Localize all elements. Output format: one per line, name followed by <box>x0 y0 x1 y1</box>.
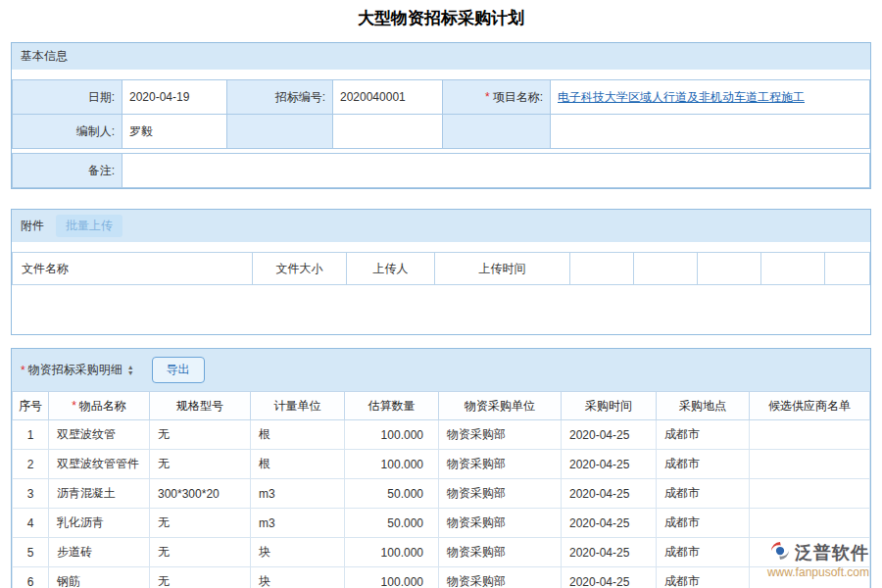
detail-cell: 物资采购部 <box>439 538 562 567</box>
detail-cell: 无 <box>150 450 251 479</box>
project-name-cell: 电子科技大学区域人行道及非机动车道工程施工 <box>551 80 870 115</box>
page-title: 大型物资招标采购计划 <box>0 7 882 29</box>
remark-label: 备注: <box>13 154 122 188</box>
detail-col-header: *物品名称 <box>49 392 150 420</box>
detail-header-bar: * 物资招标采购明细 ▲ ▼ 导出 <box>12 349 870 391</box>
batch-upload-button[interactable]: 批量上传 <box>56 215 122 237</box>
detail-cell: 成都市 <box>657 420 750 450</box>
export-button[interactable]: 导出 <box>152 357 205 383</box>
remark-row: 备注: <box>13 154 870 188</box>
detail-cell <box>750 450 870 479</box>
detail-row: 1双壁波纹管无根100.000物资采购部2020-04-25成都市 <box>13 420 870 450</box>
remark-value <box>122 154 870 188</box>
detail-cell: 2020-04-25 <box>562 479 657 509</box>
detail-cell: 100.000 <box>345 450 439 479</box>
detail-cell: 2 <box>13 450 49 479</box>
basic-info-header-bar: 基本信息 <box>12 43 870 70</box>
detail-cell: 2020-04-25 <box>562 509 657 538</box>
detail-row: 4乳化沥青无m350.000物资采购部2020-04-25成都市 <box>13 509 870 538</box>
attachment-col-header: 文件名称 <box>13 253 253 285</box>
detail-row: 5步道砖无块100.000物资采购部2020-04-25成都市 <box>13 538 870 567</box>
detail-cell: 6 <box>13 567 49 588</box>
attachment-col-header: 文件大小 <box>253 253 347 285</box>
detail-cell: 无 <box>150 420 251 450</box>
detail-col-header: 序号 <box>13 392 49 420</box>
attachments-section-title: 附件 <box>21 218 44 234</box>
basic-info-table: 日期: 2020-04-19 招标编号: 2020040001 *项目名称: 电… <box>12 79 870 149</box>
detail-cell: 物资采购部 <box>439 420 562 450</box>
detail-cell: 沥青混凝土 <box>49 479 150 509</box>
brand-row: 泛普软件 <box>767 540 869 564</box>
detail-col-header: 估算数量 <box>345 392 439 420</box>
detail-required-asterisk: * <box>21 364 25 377</box>
detail-cell: 块 <box>251 567 345 588</box>
detail-cell: m3 <box>251 479 345 509</box>
detail-section-title: 物资招标采购明细 <box>28 362 122 378</box>
empty-value-cell <box>551 115 870 149</box>
detail-cell: 50.000 <box>345 509 439 538</box>
detail-col-header: 计量单位 <box>251 392 345 420</box>
attachment-col-header-empty <box>761 253 825 285</box>
spacer <box>12 242 870 252</box>
preparer-value: 罗毅 <box>122 115 227 149</box>
detail-cell: 1 <box>13 420 49 450</box>
detail-row: 3沥青混凝土300*300*20m350.000物资采购部2020-04-25成… <box>13 479 870 509</box>
detail-cell <box>750 509 870 538</box>
detail-cell: 物资采购部 <box>439 479 562 509</box>
attachment-col-header-empty <box>634 253 698 285</box>
detail-cell: 物资采购部 <box>439 450 562 479</box>
detail-cell: 2020-04-25 <box>562 420 657 450</box>
detail-cell: 2020-04-25 <box>562 538 657 567</box>
detail-cell: 2020-04-25 <box>562 450 657 479</box>
detail-cell: 双壁波纹管 <box>49 420 150 450</box>
detail-col-header: 采购时间 <box>562 392 657 420</box>
detail-cell: 成都市 <box>657 450 750 479</box>
attachments-header-row: 文件名称文件大小上传人上传时间 <box>13 253 870 285</box>
required-asterisk: * <box>485 90 490 104</box>
empty-value-cell <box>333 115 443 149</box>
spacer <box>12 70 870 79</box>
sort-icon[interactable]: ▲ ▼ <box>127 365 134 376</box>
basic-info-section-title: 基本信息 <box>21 48 68 65</box>
brand-name: 泛普软件 <box>795 541 869 564</box>
detail-cell: 无 <box>150 538 251 567</box>
empty-label-cell <box>227 115 333 149</box>
attachments-table: 文件名称文件大小上传人上传时间 <box>12 252 870 285</box>
detail-cell: 根 <box>251 420 345 450</box>
project-name-link[interactable]: 电子科技大学区域人行道及非机动车道工程施工 <box>558 90 805 104</box>
detail-cell <box>750 479 870 509</box>
empty-label-cell <box>443 115 551 149</box>
attachment-col-header-empty <box>698 253 761 285</box>
detail-cell: 钢筋 <box>49 567 150 588</box>
detail-cell: 无 <box>150 509 251 538</box>
fanpusoft-logo-icon <box>769 540 791 564</box>
detail-table: 序号*物品名称规格型号计量单位估算数量物资采购单位采购时间采购地点候选供应商名单… <box>12 391 870 588</box>
bid-number-label: 招标编号: <box>227 80 333 115</box>
detail-cell: 物资采购部 <box>439 509 562 538</box>
detail-col-header: 物资采购单位 <box>439 392 562 420</box>
detail-cell: 成都市 <box>657 509 750 538</box>
basic-info-row-2: 编制人: 罗毅 <box>13 115 870 149</box>
basic-info-row-1: 日期: 2020-04-19 招标编号: 2020040001 *项目名称: 电… <box>13 80 870 115</box>
detail-cell: 无 <box>150 567 251 588</box>
detail-cell: 300*300*20 <box>150 479 251 509</box>
detail-panel: * 物资招标采购明细 ▲ ▼ 导出 序号*物品名称规格型号计量单位估算数量物资采… <box>11 348 871 588</box>
bid-number-value: 2020040001 <box>333 80 443 115</box>
detail-cell: 成都市 <box>657 567 750 588</box>
detail-cell: 100.000 <box>345 538 439 567</box>
detail-cell: 成都市 <box>657 538 750 567</box>
detail-col-header: 采购地点 <box>657 392 750 420</box>
detail-cell: 5 <box>13 538 49 567</box>
detail-row: 6钢筋无块100.000物资采购部2020-04-25成都市 <box>13 567 870 588</box>
detail-cell <box>750 420 870 450</box>
sort-down-icon: ▼ <box>127 370 134 376</box>
detail-header-row: 序号*物品名称规格型号计量单位估算数量物资采购单位采购时间采购地点候选供应商名单 <box>13 392 870 420</box>
detail-cell: 根 <box>251 450 345 479</box>
detail-cell: 块 <box>251 538 345 567</box>
detail-row: 2双壁波纹管管件无根100.000物资采购部2020-04-25成都市 <box>13 450 870 479</box>
detail-cell: 成都市 <box>657 479 750 509</box>
project-name-label-cell: *项目名称: <box>443 80 551 115</box>
brand-website: www.fanpusoft.com <box>767 565 869 579</box>
detail-cell: 双壁波纹管管件 <box>49 450 150 479</box>
detail-col-header: 规格型号 <box>150 392 251 420</box>
